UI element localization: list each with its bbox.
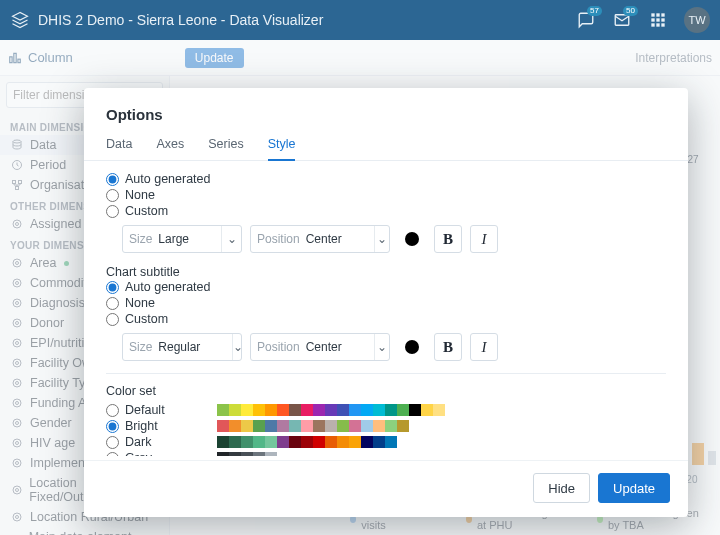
- messages-icon[interactable]: 57: [576, 10, 596, 30]
- color-swatch-icon: [265, 436, 277, 448]
- color-swatch-icon: [217, 452, 229, 456]
- color-swatch-icon: [373, 436, 385, 448]
- radio-input[interactable]: [106, 205, 119, 218]
- avatar[interactable]: TW: [684, 7, 710, 33]
- color-swatch-icon: [241, 404, 253, 416]
- colorset-option[interactable]: Default: [106, 402, 666, 418]
- color-swatch-icon: [337, 420, 349, 432]
- svg-rect-15: [13, 181, 16, 184]
- title-italic-button[interactable]: I: [470, 225, 498, 253]
- color-swatch-icon: [229, 404, 241, 416]
- vis-type-label: Column: [28, 50, 73, 65]
- swatch-row: [217, 404, 445, 416]
- radio-input[interactable]: [106, 452, 119, 457]
- title-mode-option[interactable]: None: [106, 187, 666, 203]
- radio-input[interactable]: [106, 313, 119, 326]
- chevron-down-icon: ⌄: [374, 226, 389, 252]
- radio-input[interactable]: [106, 173, 119, 186]
- subtitle-color-button[interactable]: [398, 333, 426, 361]
- dim-icon: [10, 376, 24, 390]
- color-swatch-icon: [217, 436, 229, 448]
- color-swatch-icon: [253, 420, 265, 432]
- color-swatch-icon: [217, 420, 229, 432]
- tab-series[interactable]: Series: [208, 137, 243, 160]
- title-mode-option[interactable]: Custom: [106, 203, 666, 219]
- tab-data[interactable]: Data: [106, 137, 132, 160]
- size-value: Regular: [158, 340, 232, 354]
- title-mode-option[interactable]: Auto generated: [106, 171, 666, 187]
- radio-label: None: [125, 296, 155, 310]
- radio-label: Dark: [125, 435, 211, 449]
- svg-point-45: [16, 516, 19, 519]
- radio-label: Auto generated: [125, 280, 211, 294]
- title-color-button[interactable]: [398, 225, 426, 253]
- sidebar-item[interactable]: Main data element groups: [0, 527, 169, 535]
- title-bold-button[interactable]: B: [434, 225, 462, 253]
- options-modal: Options DataAxesSeriesStyle Auto generat…: [84, 88, 688, 517]
- app-title: DHIS 2 Demo - Sierra Leone - Data Visual…: [38, 12, 576, 28]
- svg-rect-12: [18, 59, 20, 63]
- subtitle-size-select[interactable]: Size Regular ⌄: [122, 333, 242, 361]
- hide-button[interactable]: Hide: [533, 473, 590, 503]
- svg-rect-4: [651, 18, 654, 21]
- sidebar-item-label: Main data element groups: [29, 530, 159, 535]
- position-value: Center: [306, 232, 374, 246]
- radio-input[interactable]: [106, 404, 119, 417]
- interpretations-link[interactable]: Interpretations: [635, 51, 712, 65]
- vis-type-selector[interactable]: Column: [8, 50, 73, 65]
- dim-icon: [10, 316, 24, 330]
- dim-icon: [10, 296, 24, 310]
- color-swatch-icon: [253, 404, 265, 416]
- color-circle-icon: [405, 340, 419, 354]
- sidebar-item-label: Donor: [30, 316, 64, 330]
- update-button[interactable]: Update: [598, 473, 670, 503]
- radio-input[interactable]: [106, 420, 119, 433]
- color-swatch-icon: [229, 452, 241, 456]
- svg-rect-3: [661, 13, 664, 16]
- title-size-select[interactable]: Size Large ⌄: [122, 225, 242, 253]
- position-value: Center: [306, 340, 374, 354]
- apps-grid-icon[interactable]: [648, 10, 668, 30]
- title-position-select[interactable]: Position Center ⌄: [250, 225, 390, 253]
- svg-point-28: [13, 339, 21, 347]
- modal-footer: Hide Update: [84, 460, 688, 503]
- color-swatch-icon: [373, 420, 385, 432]
- dim-icon: [10, 456, 24, 470]
- mail-icon[interactable]: 50: [612, 10, 632, 30]
- colorset-option[interactable]: Gray: [106, 450, 666, 456]
- color-swatch-icon: [313, 420, 325, 432]
- dim-icon: [10, 436, 24, 450]
- color-swatch-icon: [241, 436, 253, 448]
- tab-axes[interactable]: Axes: [156, 137, 184, 160]
- color-swatch-icon: [241, 452, 253, 456]
- radio-label: Custom: [125, 204, 168, 218]
- subtitle-italic-button[interactable]: I: [470, 333, 498, 361]
- color-swatch-icon: [325, 436, 337, 448]
- tab-style[interactable]: Style: [268, 137, 296, 161]
- dim-icon: [10, 217, 24, 231]
- radio-input[interactable]: [106, 297, 119, 310]
- subtitle-mode-option[interactable]: Custom: [106, 311, 666, 327]
- subtitle-mode-option[interactable]: Auto generated: [106, 279, 666, 295]
- subtitle-position-select[interactable]: Position Center ⌄: [250, 333, 390, 361]
- svg-point-43: [15, 489, 18, 492]
- radio-input[interactable]: [106, 189, 119, 202]
- sidebar-item-label: HIV age: [30, 436, 75, 450]
- swatch-row: [217, 452, 277, 456]
- subtitle-mode-option[interactable]: None: [106, 295, 666, 311]
- color-swatch-icon: [337, 436, 349, 448]
- toolbar-update-button[interactable]: Update: [185, 48, 244, 68]
- radio-input[interactable]: [106, 436, 119, 449]
- color-swatch-icon: [301, 436, 313, 448]
- color-swatch-icon: [277, 404, 289, 416]
- colorset-option[interactable]: Bright: [106, 418, 666, 434]
- radio-input[interactable]: [106, 281, 119, 294]
- color-swatch-icon: [385, 436, 397, 448]
- subtitle-bold-button[interactable]: B: [434, 333, 462, 361]
- color-swatch-icon: [301, 404, 313, 416]
- colorset-option[interactable]: Dark: [106, 434, 666, 450]
- colorset-heading: Color set: [106, 384, 666, 398]
- color-swatch-icon: [313, 436, 325, 448]
- color-swatch-icon: [277, 436, 289, 448]
- svg-point-23: [16, 282, 19, 285]
